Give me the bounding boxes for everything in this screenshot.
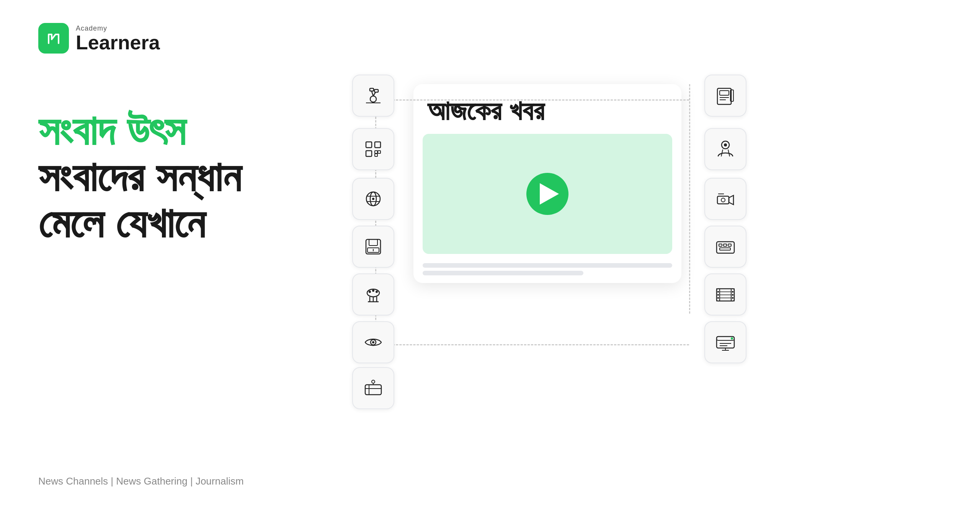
svg-rect-66 [732,297,733,299]
hero-line2: সংবাদের সন্ধান [38,153,306,200]
icon-box-typewriter [704,226,746,268]
hero-line3: মেলে যেখানে [38,200,306,246]
icon-box-qr [352,128,394,170]
svg-rect-65 [732,294,733,296]
logo-text-wrap: Academy Learnera [76,24,160,52]
svg-rect-11 [378,151,381,153]
svg-point-71 [731,337,733,340]
dashed-line-bottom [375,344,689,345]
icon-box-ticker [704,321,746,363]
svg-rect-5 [374,89,378,92]
video-thumbnail[interactable] [423,134,672,254]
icon-box-globe [352,178,394,220]
svg-rect-51 [719,244,722,246]
icon-box-film [704,273,746,316]
svg-rect-63 [717,297,719,299]
svg-point-24 [372,290,374,292]
icon-box-broadcast [352,367,394,409]
svg-point-43 [724,143,727,146]
play-triangle [540,183,559,205]
video-progress-bar [423,263,672,268]
icon-box-satellite [352,75,394,117]
video-progress-bar-2 [423,271,583,275]
svg-line-3 [373,92,376,96]
logo-area: Academy Learnera [38,23,160,54]
icon-box-save [352,226,394,268]
logo-icon [38,23,69,54]
svg-rect-10 [375,151,377,153]
svg-rect-62 [717,294,719,296]
hero-line1: সংবাদ উৎস [38,107,306,153]
svg-rect-54 [720,248,730,250]
svg-rect-19 [369,239,377,246]
icon-box-reporter [704,128,746,170]
svg-rect-53 [728,244,731,246]
svg-rect-12 [375,154,377,156]
svg-rect-61 [717,291,719,293]
dashed-line-top [375,99,689,101]
svg-rect-32 [365,385,381,395]
svg-line-2 [372,91,373,96]
svg-rect-8 [375,142,381,148]
icon-box-cloud [352,273,394,316]
icon-box-newspaper [704,75,746,117]
svg-rect-0 [44,29,63,48]
dashed-line-right [689,84,690,314]
svg-point-31 [372,341,374,343]
svg-point-17 [372,198,374,200]
video-card: আজকের খবর [413,84,681,283]
svg-rect-7 [366,142,372,148]
logo-name: Learnera [76,33,160,52]
svg-rect-52 [724,244,727,246]
svg-rect-9 [366,151,372,156]
svg-point-25 [376,291,378,293]
svg-point-48 [721,198,725,202]
svg-rect-4 [370,88,374,91]
svg-rect-38 [720,91,729,95]
svg-marker-47 [729,195,733,205]
svg-rect-18 [366,239,381,254]
svg-rect-46 [717,196,729,204]
svg-point-23 [369,291,371,293]
footer-tags: News Channels | News Gathering | Journal… [38,475,244,487]
svg-point-1 [370,96,376,102]
svg-point-35 [372,380,375,383]
play-button[interactable] [526,173,568,215]
hero-content: সংবাদ উৎস সংবাদের সন্ধান মেলে যেখানে [38,107,306,246]
icon-box-camera-broadcast [704,178,746,220]
right-visual: আজকের খবর [314,31,980,514]
icon-box-eye [352,321,394,363]
svg-rect-64 [732,291,733,293]
